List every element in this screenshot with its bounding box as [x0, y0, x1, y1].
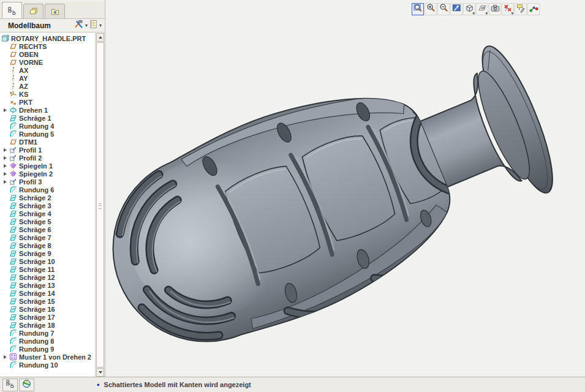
tree-settings-dropdown[interactable]: ▾ — [85, 23, 88, 28]
tree-row[interactable]: Drehen 1 — [0, 106, 95, 114]
round-icon — [9, 130, 17, 138]
expand-arrow[interactable] — [1, 355, 9, 359]
expand-arrow[interactable] — [1, 156, 9, 160]
tree-item-label: Schräge 13 — [19, 282, 55, 289]
draft-icon — [9, 265, 17, 273]
expand-arrow[interactable] — [1, 164, 9, 168]
tree-row[interactable]: VORNE — [0, 58, 95, 66]
tree-row[interactable]: Schräge 14 — [0, 289, 95, 297]
scroll-down-button[interactable] — [96, 368, 104, 377]
coordinate-system-icon — [9, 90, 17, 98]
tree-row[interactable]: Rundung 7 — [0, 329, 95, 337]
scrollbar-thumb[interactable] — [96, 42, 104, 368]
repaint-button[interactable] — [450, 3, 462, 15]
tree-row[interactable]: Schräge 4 — [0, 209, 95, 217]
expand-arrow[interactable] — [1, 148, 9, 152]
zoom-region-icon — [413, 3, 423, 16]
tree-row[interactable]: Schräge 6 — [0, 225, 95, 233]
tree-row[interactable]: AZ — [0, 82, 95, 90]
tree-settings-button[interactable] — [73, 20, 85, 31]
round-icon — [9, 361, 17, 369]
tree-row[interactable]: Profil 2 — [0, 154, 95, 162]
tree-item-label: Muster 1 von Drehen 2 — [19, 353, 91, 361]
tree-row[interactable]: Schräge 17 — [0, 313, 95, 321]
tree-show-button[interactable] — [88, 20, 99, 31]
folder-browser-tab[interactable] — [23, 4, 43, 18]
datum-display-off-dropdown[interactable]: ▾ — [511, 11, 513, 15]
tree-row[interactable]: Rundung 10 — [0, 361, 95, 369]
tree-row[interactable]: Rundung 8 — [0, 337, 95, 345]
tree-row[interactable]: Schräge 3 — [0, 202, 95, 209]
zoom-out-button[interactable] — [437, 3, 450, 15]
expand-arrow-icon — [4, 108, 7, 112]
tree-row[interactable]: AY — [0, 74, 95, 82]
zoom-in-button[interactable] — [425, 3, 437, 15]
tree-row[interactable]: Schräge 15 — [0, 297, 95, 305]
tree-row[interactable]: OBEN — [0, 50, 95, 58]
tree-row[interactable]: Muster 1 von Drehen 2 — [0, 353, 95, 361]
draft-icon — [9, 241, 17, 249]
tree-row[interactable]: Profil 3 — [0, 178, 95, 186]
tree-show-dropdown[interactable]: ▾ — [99, 23, 102, 28]
tree-row[interactable]: Schräge 7 — [0, 233, 95, 241]
spin-center-icon — [529, 3, 539, 16]
reorient-button[interactable]: AB▾ — [476, 3, 488, 15]
tree-item-label: Rundung 10 — [19, 361, 58, 369]
expand-arrow[interactable] — [1, 180, 9, 184]
expand-arrow-icon — [4, 180, 7, 184]
tree-row[interactable]: Rundung 4 — [0, 122, 95, 130]
tree-row[interactable]: RECHTS — [0, 42, 95, 50]
tree-row[interactable]: KS — [0, 90, 95, 98]
expand-arrow-icon — [4, 148, 7, 152]
toggle-browser-button[interactable] — [19, 379, 34, 391]
tree-row[interactable]: Schräge 13 — [0, 281, 95, 289]
tree-row[interactable]: PKT — [0, 98, 95, 106]
status-bullet: • — [97, 380, 100, 390]
tree-row[interactable]: Schräge 10 — [0, 257, 95, 265]
tree-row[interactable]: Schräge 2 — [0, 194, 95, 202]
saved-views-button[interactable]: ▾ — [463, 3, 475, 15]
tree-row[interactable]: Schräge 11 — [0, 265, 95, 273]
tree-row[interactable]: Profil 1 — [0, 146, 95, 154]
annotation-display-button[interactable] — [515, 3, 527, 15]
datum-display-off-button[interactable]: ▾ — [502, 3, 514, 15]
tree-row[interactable]: Schräge 8 — [0, 241, 95, 249]
tree-row[interactable]: Spiegeln 2 — [0, 170, 95, 178]
zoom-region-button[interactable] — [412, 3, 424, 15]
tree-row[interactable]: Schräge 12 — [0, 273, 95, 281]
reorient-dropdown[interactable]: ▾ — [485, 11, 488, 15]
tree-row[interactable]: Schräge 16 — [0, 305, 95, 313]
tree-row[interactable]: Spiegeln 1 — [0, 162, 95, 170]
tree-item-label: Schräge 6 — [19, 226, 51, 233]
tree-scrollbar[interactable] — [95, 33, 105, 377]
scroll-up-button[interactable] — [96, 33, 104, 42]
expand-arrow[interactable] — [1, 172, 9, 176]
view-toolbar: ▾AB▾▾ — [412, 3, 540, 15]
folder-stack-icon — [29, 7, 39, 16]
view-snapshot-button[interactable] — [489, 3, 501, 15]
extrude-icon — [9, 154, 17, 162]
saved-views-dropdown[interactable]: ▾ — [472, 11, 475, 15]
favorites-tab[interactable] — [45, 4, 65, 18]
navigator-panel: Modellbaum ▾▾ ROTARY_HANDLE.PRTRECHTSOBE… — [0, 0, 105, 377]
tree-row[interactable]: Schräge 5 — [0, 217, 95, 225]
graphics-viewport[interactable]: ▾AB▾▾ — [105, 0, 585, 377]
tree-row[interactable]: Schräge 1 — [0, 114, 95, 122]
model-tree-tab[interactable] — [2, 2, 22, 18]
tree-row[interactable]: DTM1 — [0, 138, 95, 146]
spin-center-button[interactable] — [527, 3, 540, 15]
tree-item-label: Schräge 7 — [19, 234, 51, 241]
tree-row[interactable]: Rundung 9 — [0, 345, 95, 353]
tree-row[interactable]: ROTARY_HANDLE.PRT — [0, 34, 95, 42]
tree-row[interactable]: Rundung 6 — [0, 186, 95, 194]
tree-row[interactable]: Rundung 5 — [0, 130, 95, 138]
datum-plane-icon — [9, 50, 17, 58]
model-tree-icon — [7, 6, 17, 15]
toggle-model-tree-button[interactable] — [2, 379, 18, 391]
draft-icon — [9, 257, 17, 265]
expand-arrow[interactable] — [1, 108, 9, 112]
rotary-handle-3d-model[interactable] — [105, 0, 585, 377]
tree-row[interactable]: Schräge 9 — [0, 249, 95, 257]
tree-row[interactable]: Schräge 18 — [0, 321, 95, 329]
tree-row[interactable]: AX — [0, 66, 95, 74]
